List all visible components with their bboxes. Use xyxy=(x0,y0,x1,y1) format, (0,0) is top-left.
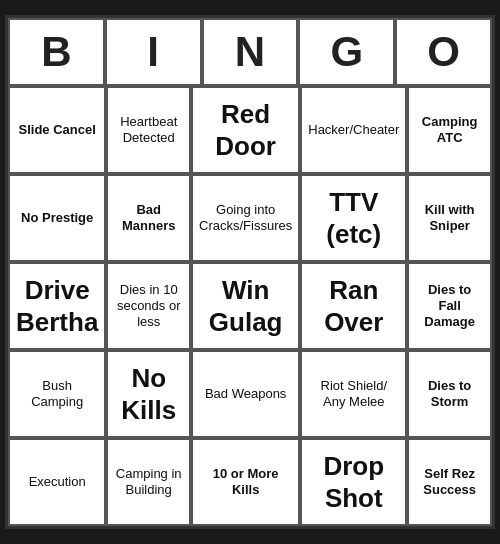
bingo-cell[interactable]: Going into Cracks/Fissures xyxy=(191,174,300,262)
header-letter: B xyxy=(8,18,105,86)
cell-text: Bush Camping xyxy=(16,378,98,411)
bingo-cell[interactable]: Drive Bertha xyxy=(8,262,106,350)
bingo-cell[interactable]: Ran Over xyxy=(300,262,407,350)
bingo-cell[interactable]: 10 or More Kills xyxy=(191,438,300,526)
bingo-cell[interactable]: Camping in Building xyxy=(106,438,191,526)
cell-text: Dies in 10 seconds or less xyxy=(114,282,183,331)
bingo-cell[interactable]: Bush Camping xyxy=(8,350,106,438)
cell-text: TTV (etc) xyxy=(308,186,399,251)
cell-text: Bad Manners xyxy=(114,202,183,235)
cell-text: Dies to Storm xyxy=(415,378,484,411)
bingo-cell[interactable]: TTV (etc) xyxy=(300,174,407,262)
bingo-cell[interactable]: Dies in 10 seconds or less xyxy=(106,262,191,350)
cell-text: No Kills xyxy=(114,362,183,427)
header-letter: N xyxy=(202,18,299,86)
header-letter: O xyxy=(395,18,492,86)
bingo-cell[interactable]: Self Rez Success xyxy=(407,438,492,526)
bingo-cell[interactable]: Camping ATC xyxy=(407,86,492,174)
bingo-grid: Slide CancelHeartbeat DetectedRed DoorHa… xyxy=(8,86,492,526)
cell-text: Drive Bertha xyxy=(16,274,98,339)
bingo-cell[interactable]: Hacker/Cheater xyxy=(300,86,407,174)
bingo-cell[interactable]: Win Gulag xyxy=(191,262,300,350)
bingo-cell[interactable]: Dies to Fall Damage xyxy=(407,262,492,350)
bingo-cell[interactable]: Execution xyxy=(8,438,106,526)
bingo-cell[interactable]: No Kills xyxy=(106,350,191,438)
bingo-cell[interactable]: Bad Manners xyxy=(106,174,191,262)
bingo-cell[interactable]: Riot Shield/ Any Melee xyxy=(300,350,407,438)
cell-text: Ran Over xyxy=(308,274,399,339)
header-letter: I xyxy=(105,18,202,86)
cell-text: Camping ATC xyxy=(415,114,484,147)
bingo-cell[interactable]: Kill with Sniper xyxy=(407,174,492,262)
cell-text: Hacker/Cheater xyxy=(308,122,399,138)
bingo-cell[interactable]: Bad Weapons xyxy=(191,350,300,438)
cell-text: Execution xyxy=(29,474,86,490)
cell-text: Self Rez Success xyxy=(415,466,484,499)
cell-text: Slide Cancel xyxy=(19,122,96,138)
cell-text: Kill with Sniper xyxy=(415,202,484,235)
cell-text: Red Door xyxy=(199,98,292,163)
bingo-cell[interactable]: Dies to Storm xyxy=(407,350,492,438)
bingo-cell[interactable]: Drop Shot xyxy=(300,438,407,526)
bingo-cell[interactable]: No Prestige xyxy=(8,174,106,262)
cell-text: Heartbeat Detected xyxy=(114,114,183,147)
cell-text: Dies to Fall Damage xyxy=(415,282,484,331)
cell-text: Riot Shield/ Any Melee xyxy=(308,378,399,411)
cell-text: Bad Weapons xyxy=(205,386,286,402)
cell-text: Going into Cracks/Fissures xyxy=(199,202,292,235)
bingo-cell[interactable]: Heartbeat Detected xyxy=(106,86,191,174)
bingo-cell[interactable]: Slide Cancel xyxy=(8,86,106,174)
bingo-header: BINGO xyxy=(8,18,492,86)
header-letter: G xyxy=(298,18,395,86)
cell-text: Camping in Building xyxy=(114,466,183,499)
cell-text: 10 or More Kills xyxy=(199,466,292,499)
bingo-card: BINGO Slide CancelHeartbeat DetectedRed … xyxy=(5,15,495,529)
cell-text: No Prestige xyxy=(21,210,93,226)
cell-text: Drop Shot xyxy=(308,450,399,515)
bingo-cell[interactable]: Red Door xyxy=(191,86,300,174)
cell-text: Win Gulag xyxy=(199,274,292,339)
